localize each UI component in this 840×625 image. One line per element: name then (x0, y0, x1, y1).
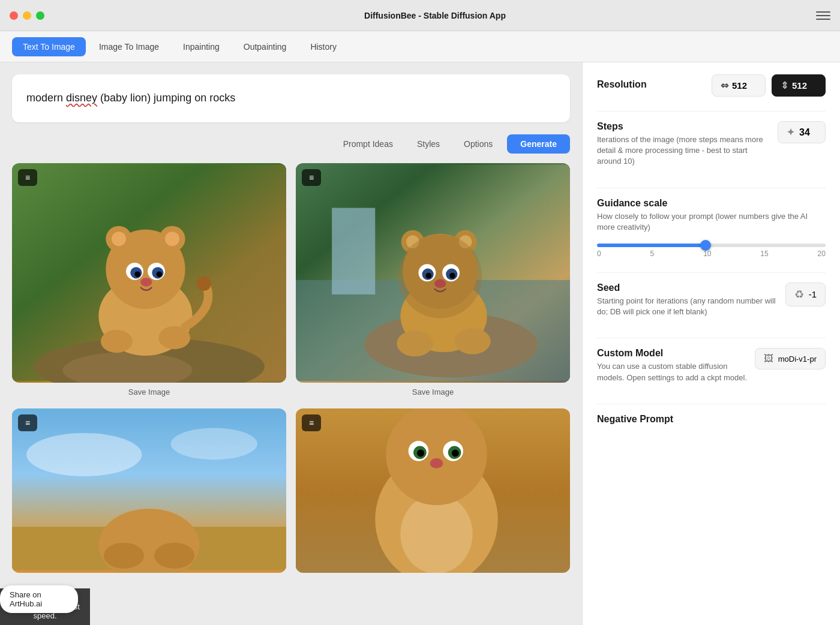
model-value: moDi-v1-pr (778, 354, 817, 363)
close-button[interactable] (10, 11, 18, 20)
resolution-width: 512 (732, 80, 747, 91)
image-card-2: ≡ Save Image (296, 163, 570, 399)
svg-point-56 (430, 458, 443, 468)
svg-point-44 (104, 542, 144, 568)
generate-button[interactable]: Generate (507, 134, 570, 154)
seed-icon: ♻ (794, 288, 804, 301)
image-3: ≡ (12, 408, 286, 573)
slider-label-5: 5 (650, 250, 655, 258)
resolution-width-box[interactable]: ⇔ 512 (712, 74, 766, 97)
svg-point-6 (112, 232, 126, 246)
steps-value-box[interactable]: ✦ 34 (778, 121, 826, 143)
svg-point-8 (165, 232, 179, 246)
options-button[interactable]: Options (454, 134, 502, 154)
seed-desc: Starting point for iterations (any rando… (597, 296, 778, 317)
seed-section: Seed Starting point for iterations (any … (597, 283, 826, 323)
svg-point-40 (26, 432, 142, 476)
image-3-save-label (12, 573, 286, 580)
svg-rect-21 (332, 208, 375, 295)
traffic-lights (10, 11, 44, 20)
share-badge[interactable]: Share on ArtHub.ai (0, 585, 78, 613)
svg-point-18 (197, 277, 211, 291)
image-2-save-label[interactable]: Save Image (296, 383, 570, 399)
resolution-height-box[interactable]: ⇕ 512 (772, 74, 826, 97)
slider-label-20: 20 (818, 250, 826, 258)
svg-point-48 (400, 494, 472, 573)
navbar: Text To Image Image To Image Inpainting … (0, 31, 840, 62)
resolution-label: Resolution (597, 79, 647, 90)
image-4-save-label (296, 573, 570, 580)
prompt-ideas-button[interactable]: Prompt Ideas (334, 134, 403, 154)
tab-inpainting[interactable]: Inpainting (172, 37, 230, 56)
svg-point-38 (455, 328, 491, 354)
svg-point-45 (154, 542, 194, 568)
image-2: ≡ (296, 163, 570, 383)
image-4-menu-button[interactable]: ≡ (302, 414, 321, 431)
options-toolbar: Prompt Ideas Styles Options Generate (12, 134, 570, 154)
app-title: DiffusionBee - Stable Diffusion App (54, 11, 816, 20)
guidance-scale-label: Guidance scale (597, 198, 826, 209)
resolution-section: Resolution ⇔ 512 ⇕ 512 (597, 74, 826, 97)
image-card-4: ≡ (296, 408, 570, 580)
svg-point-55 (452, 449, 459, 456)
hamburger-menu-icon[interactable] (816, 8, 830, 23)
svg-point-41 (171, 428, 257, 459)
svg-point-16 (101, 330, 133, 353)
image-4: ≡ (296, 408, 570, 573)
separator-5 (597, 404, 826, 404)
tab-text-to-image[interactable]: Text To Image (12, 37, 86, 56)
separator-2 (597, 188, 826, 188)
svg-point-37 (397, 330, 433, 356)
seed-input-box[interactable]: ♻ -1 (785, 283, 826, 307)
steps-icon: ✦ (787, 127, 794, 138)
svg-point-35 (449, 273, 455, 279)
image-1-save-label[interactable]: Save Image (12, 383, 286, 399)
svg-point-13 (134, 271, 140, 277)
steps-section: Steps Iterations of the image (more step… (597, 121, 826, 173)
image-grid: ≡ Save Image (12, 163, 570, 580)
slider-label-10: 10 (703, 250, 711, 258)
image-area: modern disney (baby lion) jumping on roc… (0, 62, 582, 625)
steps-value: 34 (799, 127, 810, 138)
share-label: Share on ArtHub.ai (10, 590, 42, 608)
steps-label: Steps (597, 121, 770, 132)
negative-prompt-section: Negative Prompt (597, 414, 826, 425)
separator-1 (597, 111, 826, 112)
image-2-menu-button[interactable]: ≡ (302, 169, 321, 186)
svg-point-34 (425, 273, 431, 279)
model-icon: 🖼 (764, 353, 773, 364)
custom-model-section: Custom Model You can use a custom stable… (597, 348, 826, 389)
slider-label-15: 15 (760, 250, 768, 258)
styles-button[interactable]: Styles (407, 134, 449, 154)
image-card-3: ≡ (12, 408, 286, 580)
tab-history[interactable]: History (299, 37, 347, 56)
prompt-box[interactable]: modern disney (baby lion) jumping on roc… (12, 74, 570, 122)
prompt-display: modern disney (baby lion) jumping on roc… (26, 91, 235, 106)
seed-value: -1 (809, 289, 817, 299)
separator-3 (597, 272, 826, 273)
model-select-box[interactable]: 🖼 moDi-v1-pr (755, 348, 826, 369)
svg-point-49 (386, 408, 487, 505)
height-icon: ⇕ (781, 80, 788, 91)
image-card-1: ≡ Save Image (12, 163, 286, 399)
guidance-scale-section: Guidance scale How closely to follow you… (597, 198, 826, 258)
image-1: ≡ (12, 163, 286, 383)
options-panel: Resolution ⇔ 512 ⇕ 512 Steps (582, 62, 840, 625)
tab-outpainting[interactable]: Outpainting (233, 37, 298, 56)
minimize-button[interactable] (23, 11, 31, 20)
guidance-scale-slider[interactable] (597, 244, 826, 247)
titlebar: DiffusionBee - Stable Diffusion App (0, 0, 840, 31)
custom-model-label: Custom Model (597, 348, 748, 359)
svg-point-36 (434, 280, 446, 288)
svg-point-14 (157, 271, 163, 277)
resolution-height: 512 (792, 80, 807, 91)
negative-prompt-label: Negative Prompt (597, 414, 826, 425)
maximize-button[interactable] (36, 11, 44, 20)
main-content: modern disney (baby lion) jumping on roc… (0, 62, 840, 625)
svg-point-54 (417, 449, 424, 456)
custom-model-desc: You can use a custom stable diffusion mo… (597, 361, 748, 383)
svg-point-29 (398, 235, 482, 318)
tab-image-to-image[interactable]: Image To Image (88, 37, 170, 56)
image-1-menu-button[interactable]: ≡ (18, 169, 37, 186)
image-3-menu-button[interactable]: ≡ (18, 414, 37, 431)
